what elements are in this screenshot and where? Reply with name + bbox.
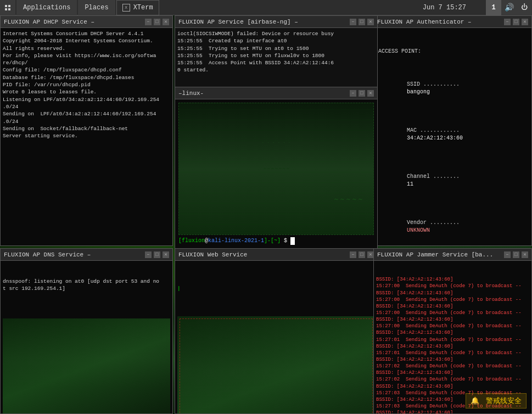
watermark-icon: 🔔: [471, 397, 479, 405]
jammer-line: 15:27:01 Sending DeAuth (code 7) to broa…: [376, 350, 529, 356]
terminal-prompt[interactable]: [fluxion@kali-linux-2021-1]-[~] $: [178, 237, 374, 245]
places-menu[interactable]: Places: [78, 0, 115, 15]
dhcp-titlebar[interactable]: FLUXION AP DHCP Service – – □ ✕: [1, 16, 172, 28]
web-minimize[interactable]: –: [350, 251, 356, 258]
ssid-label: SSID ...........: [407, 81, 460, 87]
mac-value: 34:A2:A2:12:43:60: [407, 135, 463, 141]
jammer-line: 15:27:00 Sending DeAuth (code 7) to broa…: [376, 296, 529, 303]
workspace-badge[interactable]: 1: [486, 0, 501, 15]
cursor: [290, 237, 295, 245]
dns-controls: – □ ✕: [145, 251, 169, 258]
dns-window: FLUXION AP DNS Service – – □ ✕ dnsspoof:…: [0, 248, 173, 414]
vendor-value: UNKNOWN: [407, 227, 430, 233]
vendor-row: Vendor ......... UNKNOWN: [380, 211, 527, 242]
auth-title: FLUXION AP Authenticator –: [377, 19, 504, 25]
xterm-icon: X: [122, 4, 130, 12]
taskbar: Applications Places X XTerm Jun 7 15:27 …: [0, 0, 532, 15]
ap-service-controls: – □ ✕: [350, 19, 374, 25]
jammer-line: BSSID: [34:A2:A2:12:43:60]: [376, 290, 529, 296]
jammer-body: BSSID: [34:A2:A2:12:43:60]15:27:00 Sendi…: [374, 261, 531, 413]
terminal-minimize[interactable]: –: [350, 90, 356, 97]
auth-maximize[interactable]: □: [513, 19, 519, 25]
dhcp-window: FLUXION AP DHCP Service – – □ ✕ Internet…: [0, 15, 173, 246]
auth-body: ACCESS POINT: SSID ........... bangong M…: [374, 28, 531, 245]
terminal-titlebar[interactable]: –linux- – □ ✕: [175, 87, 377, 99]
channel-row: Channel ........ 11: [380, 165, 527, 196]
dhcp-body: Internet Systems Consortium DHCP Server …: [1, 28, 172, 245]
web-titlebar[interactable]: FLUXION Web Service – □ ✕: [175, 249, 377, 261]
jammer-title: FLUXION AP Jammer Service [ba...: [377, 251, 504, 258]
jammer-line: BSSID: [34:A2:A2:12:43:60]: [376, 356, 529, 363]
authenticator-window: FLUXION AP Authenticator – – □ ✕ ACCESS …: [373, 15, 532, 246]
jammer-line: BSSID: [34:A2:A2:12:43:60]: [376, 370, 529, 376]
applications-menu[interactable]: Applications: [16, 0, 77, 15]
clock: Jun 7 15:27: [423, 4, 466, 12]
dhcp-title: FLUXION AP DHCP Service –: [4, 19, 145, 25]
ssid-row: SSID ........... bangong: [380, 73, 527, 104]
ap-service-maximize[interactable]: □: [359, 19, 365, 25]
ap-service-title: FLUXION AP Service [airbase-ng] –: [178, 19, 350, 25]
prompt-host: kali-linux-2021-1: [208, 237, 264, 245]
jammer-maximize[interactable]: □: [513, 251, 519, 258]
jammer-line: BSSID: [34:A2:A2:12:43:60]: [376, 329, 529, 336]
auth-controls: – □ ✕: [504, 19, 528, 25]
web-maximize[interactable]: □: [359, 251, 365, 258]
terminal-close[interactable]: ✕: [367, 90, 374, 97]
auth-minimize[interactable]: –: [504, 19, 511, 25]
auth-close[interactable]: ✕: [522, 19, 528, 25]
grid-icon: [5, 5, 10, 10]
jammer-line: BSSID: [34:A2:A2:12:43:60]: [376, 410, 529, 413]
jammer-line: BSSID: [34:A2:A2:12:43:60]: [376, 303, 529, 310]
dns-maximize[interactable]: □: [154, 251, 160, 258]
dns-body: dnsspoof: listening on at0 [udp dst port…: [1, 261, 172, 413]
jammer-line: 15:27:00 Sending DeAuth (code 7) to broa…: [376, 310, 529, 316]
dns-minimize[interactable]: –: [145, 251, 152, 258]
web-title: FLUXION Web Service: [178, 251, 350, 258]
taskbar-right: 1 🔊 ⏻: [486, 0, 532, 15]
ap-service-titlebar[interactable]: FLUXION AP Service [airbase-ng] – – □ ✕: [175, 16, 377, 28]
jammer-line: 15:27:02 Sending DeAuth (code 7) to broa…: [376, 363, 529, 370]
jammer-minimize[interactable]: –: [504, 251, 511, 258]
access-point-header: ACCESS POINT:: [378, 48, 527, 55]
prompt-symbol: $: [281, 237, 290, 245]
mac-label: MAC ............: [407, 127, 460, 133]
jammer-line: BSSID: [34:A2:A2:12:43:60]: [376, 316, 529, 323]
jammer-controls: – □ ✕: [504, 251, 528, 258]
auth-titlebar[interactable]: FLUXION AP Authenticator – – □ ✕: [374, 16, 531, 28]
jammer-line: 15:27:00 Sending DeAuth (code 7) to broa…: [376, 323, 529, 329]
terminal-title: –linux-: [178, 90, 350, 97]
volume-button[interactable]: 🔊: [501, 0, 517, 15]
jammer-window: FLUXION AP Jammer Service [ba... – □ ✕ B…: [373, 248, 532, 414]
ssid-value: bangong: [407, 89, 430, 95]
prompt-path: ]-[~]: [264, 237, 281, 245]
xterm-taskbar-item[interactable]: X XTerm: [116, 0, 159, 15]
terminal-controls: – □ ✕: [350, 90, 374, 97]
channel-label: Channel ........: [407, 174, 460, 180]
dhcp-minimize[interactable]: –: [145, 19, 152, 25]
channel-value: 11: [407, 181, 413, 187]
web-window: FLUXION Web Service – □ ✕ |: [175, 248, 378, 414]
apps-grid-button[interactable]: [0, 0, 15, 15]
dns-content: dnsspoof: listening on at0 [udp dst port…: [3, 278, 170, 293]
dns-close[interactable]: ✕: [163, 251, 169, 258]
jammer-line: 15:27:02 Sending DeAuth (code 7) to broa…: [376, 376, 529, 383]
jammer-close[interactable]: ✕: [522, 251, 528, 258]
power-button[interactable]: ⏻: [517, 0, 532, 15]
prompt-user: [fluxion: [178, 237, 205, 245]
ap-service-close[interactable]: ✕: [367, 19, 374, 25]
dhcp-maximize[interactable]: □: [154, 19, 160, 25]
terminal-body[interactable]: · · · · · · ～～～～～～～ ～～～～～ [fluxion@kali-…: [175, 99, 377, 248]
terminal-maximize[interactable]: □: [359, 90, 365, 97]
xterm-label: XTerm: [133, 4, 153, 12]
ap-service-minimize[interactable]: –: [350, 19, 356, 25]
jammer-line: 15:27:00 Sending DeAuth (code 7) to broa…: [376, 283, 529, 289]
desktop: FLUXION AP DHCP Service – – □ ✕ Internet…: [0, 15, 532, 414]
terminal-window: –linux- – □ ✕ · · · · · · ～～～～～～～ ～～～～～ …: [175, 87, 378, 249]
dns-titlebar[interactable]: FLUXION AP DNS Service – – □ ✕: [1, 249, 172, 261]
power-icon: ⏻: [521, 3, 528, 12]
watermark: 🔔 警戒线安全: [466, 393, 527, 409]
volume-icon: 🔊: [505, 3, 514, 12]
jammer-titlebar[interactable]: FLUXION AP Jammer Service [ba... – □ ✕: [374, 249, 531, 261]
jammer-line: BSSID: [34:A2:A2:12:43:60]: [376, 383, 529, 390]
dhcp-close[interactable]: ✕: [163, 19, 169, 25]
